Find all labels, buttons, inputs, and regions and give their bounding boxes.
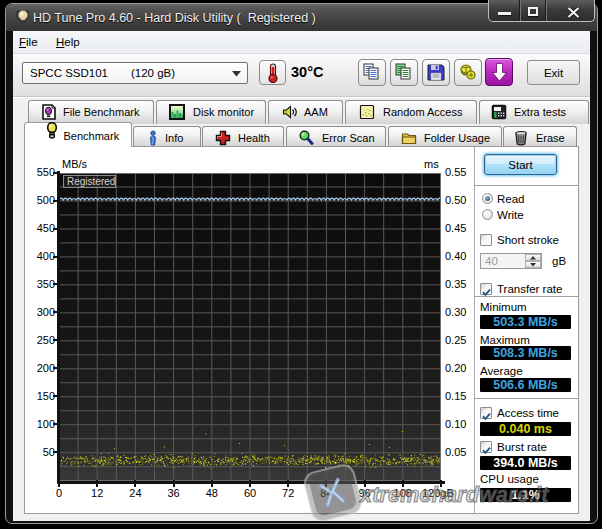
- svg-text:xtremehardware.it: xtremehardware.it: [359, 483, 549, 507]
